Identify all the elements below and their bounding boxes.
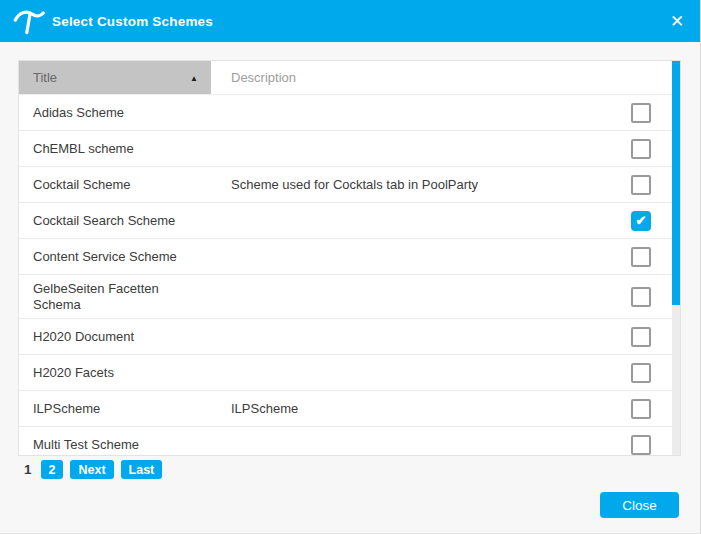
- pagination-page-2-button[interactable]: 2: [41, 460, 64, 479]
- row-checkbox[interactable]: [631, 363, 651, 383]
- table-header-row: Title ▲ Description: [19, 61, 680, 95]
- column-header-title-label: Title: [33, 70, 57, 85]
- table-row[interactable]: Content Service Scheme: [19, 239, 680, 275]
- row-title: Multi Test Scheme: [19, 431, 211, 456]
- row-checkbox[interactable]: [631, 103, 651, 123]
- pagination: 1 2 Next Last: [24, 460, 162, 479]
- table-row[interactable]: Cocktail Search Scheme ✔: [19, 203, 680, 239]
- row-title: H2020 Facets: [19, 359, 211, 387]
- poolparty-logo-icon: [13, 8, 45, 35]
- row-title: H2020 Document: [19, 323, 211, 351]
- row-checkbox[interactable]: [631, 399, 651, 419]
- table-row[interactable]: GelbeSeiten Facetten Schema: [19, 275, 680, 319]
- pagination-next-button[interactable]: Next: [70, 460, 113, 479]
- row-title: ChEMBL scheme: [19, 135, 211, 163]
- table-row[interactable]: H2020 Document: [19, 319, 680, 355]
- row-checkbox[interactable]: [631, 247, 651, 267]
- table-scrollbar-thumb[interactable]: [672, 61, 680, 305]
- row-checkbox[interactable]: [631, 139, 651, 159]
- row-title: Adidas Scheme: [19, 99, 211, 127]
- table-row[interactable]: ILPScheme ILPScheme: [19, 391, 680, 427]
- close-button[interactable]: Close: [600, 492, 679, 518]
- table-row[interactable]: H2020 Facets: [19, 355, 680, 391]
- column-header-description[interactable]: Description: [211, 61, 680, 94]
- row-checkbox[interactable]: [631, 287, 651, 307]
- row-description: ILPScheme: [211, 401, 622, 416]
- row-title: Content Service Scheme: [19, 243, 211, 271]
- row-checkbox[interactable]: ✔: [631, 211, 651, 231]
- column-header-title[interactable]: Title ▲: [19, 61, 211, 94]
- column-header-description-label: Description: [231, 70, 296, 85]
- table-row[interactable]: Adidas Scheme: [19, 95, 680, 131]
- table-row[interactable]: Multi Test Scheme: [19, 427, 680, 456]
- close-icon[interactable]: ✕: [667, 13, 687, 30]
- schemes-table: Title ▲ Description Adidas Scheme ChEMBL…: [18, 60, 681, 456]
- table-row[interactable]: Cocktail Scheme Scheme used for Cocktals…: [19, 167, 680, 203]
- sort-ascending-icon: ▲: [190, 73, 198, 82]
- checkmark-icon: ✔: [636, 214, 647, 227]
- select-custom-schemes-dialog: Select Custom Schemes ✕ Title ▲ Descript…: [0, 0, 701, 534]
- pagination-current-page: 1: [24, 462, 32, 477]
- table-scrollbar-track[interactable]: [672, 61, 680, 455]
- row-title: ILPScheme: [19, 395, 211, 423]
- row-checkbox[interactable]: [631, 435, 651, 455]
- row-checkbox[interactable]: [631, 175, 651, 195]
- row-description: Scheme used for Cocktals tab in PoolPart…: [211, 177, 622, 192]
- table-row[interactable]: ChEMBL scheme: [19, 131, 680, 167]
- dialog-title: Select Custom Schemes: [52, 14, 213, 29]
- row-checkbox[interactable]: [631, 327, 651, 347]
- pagination-last-button[interactable]: Last: [121, 460, 163, 479]
- table-body: Adidas Scheme ChEMBL scheme Cocktail Sch…: [19, 95, 680, 456]
- dialog-header: Select Custom Schemes ✕: [0, 0, 700, 42]
- row-title: Cocktail Search Scheme: [19, 207, 211, 235]
- row-title: GelbeSeiten Facetten Schema: [19, 275, 211, 318]
- row-title: Cocktail Scheme: [19, 171, 211, 199]
